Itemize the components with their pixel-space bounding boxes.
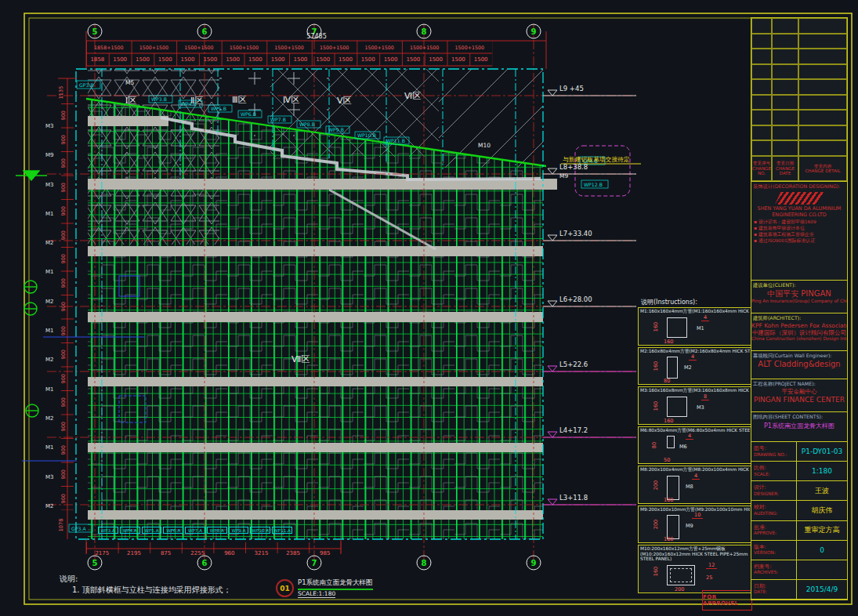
sum-dim: 1858+1500	[86, 42, 132, 53]
bubble-bot-6: 6	[202, 559, 208, 567]
scale-value: 1:180	[797, 462, 847, 480]
auditing-value: 胡庆伟	[797, 501, 847, 520]
architect-line1: KPF Kohn Pedersen Fox Associates PC	[751, 322, 847, 329]
bubble-bot-5: 5	[92, 559, 98, 567]
curtain-label: 幕墙顾问(Curtain Wall Engineer):	[751, 351, 847, 360]
bottom-dim: 875	[150, 549, 182, 558]
floor-dim: 900	[52, 182, 76, 193]
notes: 说明: 1. 顶部斜横框与立柱与连接均采用焊接形式；	[60, 574, 231, 596]
floor-dim: 900	[52, 277, 76, 288]
svg-text:Ⅵ区: Ⅵ区	[404, 91, 421, 101]
bottom-dim: 985	[309, 549, 341, 558]
architect-label: 建筑师(ARCHITECT):	[751, 313, 847, 322]
spec-m2: M2:160x80x4mm方管(M2:160x80x4mm HICK STEEL…	[638, 347, 752, 386]
revision-empty-rows	[751, 18, 847, 156]
top-unit-dims: 1858150015001500150015001500150015001500…	[86, 55, 492, 65]
wp-bottom-tag: WP5.A	[142, 527, 162, 534]
svg-text:WP7.B: WP7.B	[270, 117, 286, 122]
sum-dim: 1500+1500	[402, 42, 447, 53]
svg-text:WP8.B: WP8.B	[299, 121, 315, 127]
wp-bottom-tag: WP11.A	[272, 527, 292, 534]
wp-bottom-tag: WP7.A	[185, 527, 205, 534]
spec-m1: M1:160x160x4mm方管(M1:160x160x4mm HICK STE…	[638, 307, 752, 346]
level-l3: L3+11.8	[559, 494, 588, 502]
floor-dim: 900	[52, 350, 76, 361]
curtain-consultant-block: 幕墙顾问(Curtain Wall Engineer): ALT Claddin…	[751, 351, 847, 379]
architect-line2: 中建国际（深圳）设计顾问有限公司	[751, 329, 847, 336]
wp-bottom-tag: WP8.A	[207, 527, 227, 534]
member-tag: M3	[45, 475, 54, 480]
sum-dim: 1500+1500	[176, 42, 222, 53]
qualification-item: ▪ 建筑幕墙工程施工壹级企业	[754, 231, 845, 237]
bubble-top-5: 5	[92, 27, 98, 36]
floor-dim: 900	[52, 397, 76, 408]
svg-text:WP4.B: WP4.B	[181, 101, 197, 107]
member-tag: M1	[45, 212, 54, 217]
client-block: 建设单位(CLIENT): 中国平安 PINGAN Ping An Insura…	[751, 281, 847, 313]
spec-m8: M8:200x100x4mm方管(M8:200x100x4mm HICK STE…	[638, 466, 752, 504]
unit-dim: 1500	[447, 55, 470, 65]
floor-dim: 900	[52, 205, 76, 216]
unit-dim: 1500	[176, 55, 199, 65]
contents-value: P1系统南立面龙骨大样图	[751, 421, 847, 432]
member-tag: M2	[45, 416, 54, 422]
left-dim-top: 1135	[58, 86, 64, 100]
row-date: 日期:DATE: 2015/4/9	[751, 580, 847, 599]
title-block-rows: 图号:DRAWING NO.: P1-DY01-03 比例:SCALE: 1:1…	[751, 442, 847, 600]
gp3b-label: GP3.B	[79, 82, 94, 88]
wp-bottom-labels: WP3.AWP4.AWP5.AWP6.AWP7.AWP8.AWP9.AWP10.…	[98, 527, 292, 534]
client-name-en: Ping An Insurance(Group) Company of Chin…	[751, 299, 847, 304]
left-symbols	[16, 171, 47, 417]
svg-text:Ⅴ区: Ⅴ区	[337, 96, 352, 106]
revision-table: 变更序号CHANGE NO. 变更日期CHANGE DATE 变更内容CHANG…	[751, 18, 847, 182]
unit-dim: 1500	[425, 55, 447, 65]
approval-stamp: FOR APPROVEL	[702, 590, 752, 611]
bubble-bot-7: 7	[312, 559, 317, 567]
archives-value	[797, 560, 847, 579]
floor-dim: 900	[52, 110, 76, 121]
client-label: 建设单位(CLIENT):	[751, 281, 847, 289]
designer-value: 王波	[797, 481, 847, 500]
bottom-dim: 2175	[86, 549, 118, 558]
floor-dim: 900	[52, 325, 76, 336]
unit-dim: 1500	[312, 55, 335, 65]
cad-sheet: { "grid": { "bubbles": ["5","6","7","8",…	[0, 0, 858, 616]
bottom-dim: 2255	[182, 549, 214, 558]
svg-text:M10: M10	[478, 142, 491, 149]
member-tag: M1	[45, 387, 54, 393]
unit-dim: 1858	[86, 55, 109, 65]
floor-dim: 900	[52, 253, 76, 264]
level-l8: L8+38.8	[559, 163, 588, 171]
drawing-scale: SCALE:1:180	[298, 590, 335, 598]
row-approve: 批准:APPROVE: 重审定方高	[751, 521, 847, 541]
floor-dim: 900	[52, 230, 76, 241]
member-tag: M2	[45, 357, 54, 363]
spec-m3: M3:160x160x8mm方管(M3:160x160x8mm HICK STE…	[638, 386, 752, 425]
level-l9: L9 +45	[559, 85, 584, 92]
bubble-top-6: 6	[202, 27, 208, 36]
unit-dim: 1500	[266, 55, 289, 65]
floor-dim: 900	[52, 134, 76, 145]
gp3a-label: GP3.A	[71, 526, 86, 531]
notes-title: 说明:	[60, 574, 231, 585]
level-l6: L6+28.00	[559, 295, 592, 303]
unit-dim: 1500	[222, 55, 244, 65]
floor-dim: 900	[52, 373, 76, 384]
unit-dim: 1500	[402, 55, 425, 65]
m1-profile	[667, 317, 687, 338]
svg-text:WP9.B: WP9.B	[328, 127, 344, 132]
unit-dim: 1500	[335, 55, 357, 65]
wp-bottom-tag: WP10.A	[250, 527, 270, 534]
project-label: 工程名称(PROJECT NAME):	[751, 379, 847, 388]
date-value: 2015/4/9	[797, 580, 847, 599]
member-tag: M1	[45, 328, 54, 334]
bubble-bot-8: 8	[422, 559, 427, 567]
spec-m6: M6:80x50x4mm方管(M6:80x50x4mm HICK STEEL P…	[638, 426, 752, 465]
member-tag: M3	[45, 183, 54, 188]
yuanda-logo	[775, 192, 824, 205]
version-value: 0	[797, 541, 847, 560]
decoration-design-block: 装饰设计(DECORATION DESIGNING): SHEN YANG YU…	[751, 182, 847, 281]
member-tag: M2	[45, 241, 54, 246]
contents-label: 图纸内容(SHEET CONTENTS):	[751, 412, 847, 421]
level-l4: L4+17.2	[559, 426, 588, 434]
